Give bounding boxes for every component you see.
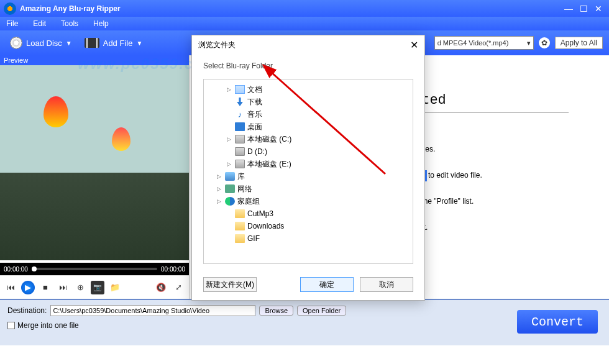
gear-icon: ✿	[541, 39, 547, 47]
browse-folder-dialog: 浏览文件夹 ✕ Select Blu-ray Folder ▷文档下载♪音乐桌面…	[191, 35, 425, 301]
player-controls: ⏮ ▶ ■ ⏭ ⊕ 📷 📁 🔇 ⤢	[0, 275, 189, 299]
destination-input[interactable]	[50, 305, 255, 316]
film-icon	[85, 38, 99, 48]
tree-item-label: 家庭组	[237, 196, 260, 207]
folder-icon	[235, 234, 245, 243]
browse-button[interactable]: Browse	[259, 306, 293, 316]
menu-edit[interactable]: Edit	[33, 19, 46, 28]
load-disc-button[interactable]: Load Disc ▼	[6, 35, 76, 50]
tree-item-label: D (D:)	[247, 147, 267, 156]
cancel-button[interactable]: 取消	[360, 277, 413, 292]
tree-item[interactable]: 桌面	[206, 121, 410, 133]
menu-file[interactable]: File	[6, 19, 18, 28]
tree-item-label: CutMp3	[247, 209, 273, 218]
tree-item-label: 下载	[247, 97, 262, 107]
expand-icon[interactable]: ▷	[225, 136, 232, 142]
ok-button[interactable]: 确定	[300, 277, 354, 292]
tree-item[interactable]: D (D:)	[206, 145, 410, 158]
expand-icon[interactable]: ▷	[225, 161, 232, 167]
settings-button[interactable]: ✿	[539, 37, 550, 48]
tree-item[interactable]: GIF	[206, 232, 410, 245]
get-started-heading: rted	[413, 93, 569, 112]
tree-item-label: GIF	[247, 234, 260, 243]
destination-label: Destination:	[7, 306, 47, 315]
drive-icon	[235, 147, 245, 156]
apply-to-all-button[interactable]: Apply to All	[555, 37, 603, 49]
tree-item[interactable]: ▷家庭组	[206, 195, 410, 207]
dialog-close-button[interactable]: ✕	[410, 39, 418, 51]
expand-icon[interactable]: ▷	[215, 173, 222, 180]
stop-button[interactable]: ■	[39, 281, 52, 294]
tree-item[interactable]: ▷文档	[206, 83, 410, 96]
play-button[interactable]: ▶	[21, 281, 35, 294]
snapshot-button[interactable]: 📷	[91, 281, 104, 294]
seek-bar[interactable]	[32, 268, 157, 270]
load-disc-label: Load Disc	[26, 39, 62, 48]
chevron-down-icon: ▼	[66, 40, 72, 47]
merge-checkbox[interactable]	[7, 322, 15, 329]
tree-item-label: 库	[237, 171, 245, 182]
close-button[interactable]: ✕	[592, 3, 605, 14]
open-folder-button[interactable]: Open Folder	[297, 306, 346, 316]
dl-icon	[235, 98, 245, 106]
expand-button[interactable]: ⤢	[172, 281, 185, 294]
menu-tools[interactable]: Tools	[61, 19, 78, 28]
mute-button[interactable]: 🔇	[154, 281, 168, 294]
disc-icon	[10, 37, 22, 49]
convert-button[interactable]: Convert	[517, 310, 598, 334]
tree-item[interactable]: ▷网络	[206, 183, 410, 195]
drive-icon	[235, 160, 245, 168]
app-title: Amazing Any Blu-ray Ripper	[20, 4, 561, 13]
watermark-text: www.pc0359.cn	[78, 55, 204, 73]
minimize-button[interactable]: ―	[562, 3, 575, 14]
folder-icon	[235, 209, 245, 218]
tree-item[interactable]: 下载	[206, 96, 410, 108]
app-logo-icon	[4, 2, 16, 15]
tree-item-label: 桌面	[247, 122, 262, 132]
tree-item[interactable]: CutMp3	[206, 207, 410, 220]
tree-item[interactable]: ▷库	[206, 170, 410, 183]
step-button[interactable]: ⊕	[73, 281, 87, 294]
tree-item-label: Downloads	[247, 222, 284, 230]
doc-icon	[235, 85, 245, 94]
net-icon	[225, 184, 235, 193]
expand-icon[interactable]: ▷	[225, 86, 232, 93]
time-current: 00:00:00	[4, 266, 28, 273]
open-snapshot-folder-button[interactable]: 📁	[108, 281, 122, 294]
tree-item-label: 本地磁盘 (E:)	[247, 159, 291, 170]
profile-select[interactable]: d MPEG4 Video(*.mp4) ▾	[434, 36, 534, 50]
prev-button[interactable]: ⏮	[4, 281, 17, 294]
dialog-subtitle: Select Blu-ray Folder	[192, 54, 424, 74]
balloon-graphic	[44, 96, 68, 127]
chevron-down-icon: ▼	[136, 40, 142, 47]
merge-label: Merge into one file	[17, 321, 79, 330]
preview-panel: Preview 00:00:00 00:00:00 ⏮ ▶ ■ ⏭ ⊕ 📷 📁 …	[0, 55, 190, 299]
home-icon	[225, 197, 235, 206]
menu-help[interactable]: Help	[93, 19, 109, 28]
footer: Destination: Browse Open Folder Merge in…	[0, 299, 609, 345]
new-folder-button[interactable]: 新建文件夹(M)	[203, 277, 257, 292]
timeline[interactable]: 00:00:00 00:00:00	[0, 263, 189, 275]
tree-item-label: 本地磁盘 (C:)	[247, 134, 291, 145]
expand-icon[interactable]: ▷	[215, 198, 222, 204]
profile-value: d MPEG4 Video(*.mp4)	[437, 39, 509, 47]
maximize-button[interactable]: ☐	[577, 3, 590, 14]
add-file-button[interactable]: Add File ▼	[81, 37, 147, 49]
tree-item-label: 网络	[237, 184, 252, 194]
expand-icon[interactable]: ▷	[215, 186, 222, 192]
next-button[interactable]: ⏭	[56, 281, 70, 294]
tree-item[interactable]: ▷本地磁盘 (C:)	[206, 133, 410, 145]
lib-icon	[225, 172, 235, 181]
dialog-title: 浏览文件夹	[198, 40, 236, 50]
music-icon: ♪	[235, 110, 245, 119]
tree-item[interactable]: Downloads	[206, 220, 410, 232]
dialog-buttons: 新建文件夹(M) 确定 取消	[192, 269, 424, 300]
dialog-titlebar: 浏览文件夹 ✕	[192, 35, 424, 54]
tree-item[interactable]: ♪音乐	[206, 108, 410, 121]
balloon-graphic	[112, 127, 130, 151]
folder-tree[interactable]: ▷文档下载♪音乐桌面▷本地磁盘 (C:)D (D:)▷本地磁盘 (E:)▷库▷网…	[203, 79, 413, 264]
tree-item-label: 文档	[247, 84, 262, 95]
folder-icon	[235, 222, 245, 230]
tree-item[interactable]: ▷本地磁盘 (E:)	[206, 158, 410, 170]
tree-item-label: 音乐	[247, 109, 262, 120]
